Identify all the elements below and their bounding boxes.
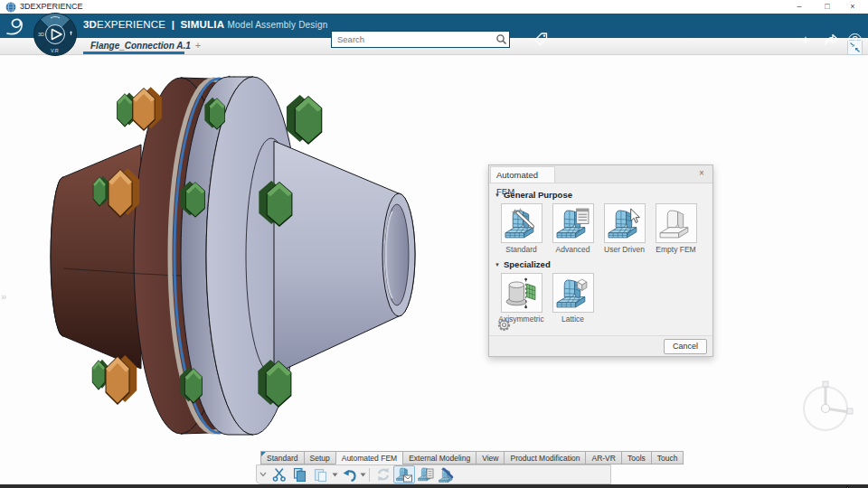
- action-tab-ar-vr[interactable]: AR-VR: [585, 451, 620, 465]
- window-title: 3DEXPERIENCE: [20, 2, 83, 11]
- brand-divider: |: [172, 19, 175, 30]
- axisymmetric-fem-icon: [505, 277, 539, 310]
- brand-experience: EXPERIENCE: [97, 19, 165, 30]
- tag-icon[interactable]: [533, 31, 551, 48]
- toolbar-separator: [369, 468, 370, 482]
- action-tab-view[interactable]: View: [476, 451, 504, 465]
- lattice-fem-icon: [556, 277, 590, 310]
- compass-vr-label: V.R: [51, 48, 59, 53]
- undo-dropdown-caret[interactable]: [359, 466, 366, 483]
- fem-mesh-list-icon: [418, 466, 434, 483]
- fem-option-label: Lattice: [561, 314, 584, 324]
- fem-mesh-wand-icon: [439, 466, 455, 483]
- brand-module: Model Assembly Design: [228, 20, 328, 30]
- fem-specification-button[interactable]: [415, 466, 436, 483]
- action-tab-tools[interactable]: Tools: [621, 451, 651, 465]
- automated-fem-command-button[interactable]: [393, 465, 415, 483]
- window-titlebar: 3DEXPERIENCE – □ ×: [0, 0, 868, 14]
- bottom-window-edge: [0, 484, 868, 488]
- collapse-triangle-icon: ▼: [495, 262, 500, 267]
- maximize-button[interactable]: □: [816, 0, 838, 14]
- search-icon[interactable]: [495, 33, 507, 45]
- action-bar-toolbar: [256, 465, 611, 484]
- options-gear-icon[interactable]: [496, 317, 512, 333]
- undo-button[interactable]: [338, 466, 359, 483]
- 3d-viewport[interactable]: »: [0, 54, 868, 484]
- automated-fem-dialog: Automated FEM × ▼ General Purpose: [488, 164, 713, 357]
- app-header: 3DEXPERIENCE | SIMULIA Model Assembly De…: [0, 14, 868, 38]
- action-tab-setup[interactable]: Setup: [304, 451, 335, 465]
- dialog-footer: Cancel: [489, 335, 712, 356]
- fem-option-empty: Empty FEM: [650, 203, 702, 254]
- section-label: Specialized: [504, 259, 551, 269]
- paste-icon: [313, 467, 328, 483]
- user-driven-fem-button[interactable]: [604, 203, 646, 243]
- compass-3d-label: 3D: [38, 32, 44, 37]
- share-icon[interactable]: [823, 32, 839, 48]
- fem-option-label: Empty FEM: [656, 245, 695, 254]
- brand-product: SIMULIA: [180, 19, 224, 30]
- action-tab-touch[interactable]: Touch: [651, 451, 684, 465]
- cut-icon: [272, 467, 287, 483]
- application-window: 3DEXPERIENCE – □ × 3DEXPERIENCE | SIMULI…: [0, 0, 868, 488]
- fem-option-label: Advanced: [556, 245, 590, 254]
- section-specialized[interactable]: ▼ Specialized: [495, 259, 707, 269]
- copy-icon: [292, 467, 307, 483]
- brand-3d: 3D: [83, 19, 97, 30]
- document-tab-label: Flange_Connection A.1: [90, 41, 191, 51]
- fem-option-label: User Driven: [604, 245, 645, 254]
- fem-option-label: Standard: [505, 245, 537, 254]
- cut-button[interactable]: [269, 466, 289, 483]
- view-rotation-compass-icon[interactable]: [804, 381, 853, 430]
- action-tab-standard[interactable]: Standard: [260, 451, 304, 465]
- add-content-icon[interactable]: +: [797, 32, 814, 48]
- fem-mesh-envelope-icon: [396, 466, 412, 483]
- document-tab-active[interactable]: Flange_Connection A.1: [83, 38, 198, 54]
- help-icon[interactable]: ?: [848, 33, 862, 47]
- mesh-wizard-button[interactable]: [436, 466, 457, 483]
- empty-fem-button[interactable]: [656, 203, 697, 243]
- flange-assembly-model[interactable]: [0, 54, 868, 484]
- fem-option-advanced: Advanced: [547, 203, 599, 254]
- undo-icon: [341, 467, 357, 483]
- action-tab-automated-fem[interactable]: Automated FEM: [335, 451, 402, 465]
- section-general-purpose[interactable]: ▼ General Purpose: [495, 190, 707, 200]
- close-button[interactable]: ×: [842, 0, 863, 14]
- active-tab-underline: [83, 52, 184, 54]
- dialog-header[interactable]: Automated FEM ×: [489, 165, 712, 183]
- fem-option-lattice: Lattice: [547, 273, 599, 324]
- app-globe-icon: [5, 2, 16, 13]
- standard-fem-button[interactable]: [501, 203, 542, 243]
- advanced-fem-icon: [556, 207, 590, 240]
- paste-button[interactable]: [310, 466, 331, 483]
- advanced-fem-button[interactable]: [552, 203, 594, 243]
- action-bar-tabs: Standard Setup Automated FEM External Mo…: [260, 451, 684, 465]
- new-tab-button[interactable]: +: [192, 38, 204, 54]
- standard-fem-icon: [505, 207, 539, 240]
- update-button[interactable]: [373, 466, 393, 483]
- panel-expander-icon[interactable]: »: [1, 291, 6, 302]
- update-sync-icon: [375, 466, 392, 483]
- action-tab-product-modification[interactable]: Product Modification: [504, 451, 585, 465]
- lattice-fem-button[interactable]: [552, 273, 594, 313]
- cancel-button[interactable]: Cancel: [664, 339, 707, 354]
- fem-option-standard: Standard: [495, 203, 547, 254]
- empty-fem-icon: [659, 207, 693, 240]
- minimize-button[interactable]: –: [788, 0, 810, 14]
- dassault-logo-icon: [4, 14, 27, 38]
- user-driven-fem-icon: [608, 207, 642, 240]
- toolbar-collapse-icon[interactable]: [259, 471, 268, 478]
- paste-dropdown-caret[interactable]: [331, 466, 338, 483]
- dialog-close-icon[interactable]: ×: [695, 167, 708, 180]
- action-tab-external-modeling[interactable]: External Modeling: [402, 451, 476, 465]
- copy-button[interactable]: [289, 466, 310, 483]
- corner-fold-icon: [261, 452, 266, 456]
- fem-option-axisymmetric: Axisymmetric: [495, 273, 547, 324]
- fem-option-user-driven: User Driven: [599, 203, 650, 254]
- experience-compass[interactable]: 3D V.R: [33, 12, 78, 57]
- search-box: [331, 31, 510, 48]
- axisymmetric-fem-button[interactable]: [501, 273, 542, 313]
- search-input[interactable]: [335, 33, 493, 46]
- dialog-title: Automated FEM: [490, 166, 555, 183]
- app-brand: 3DEXPERIENCE | SIMULIA Model Assembly De…: [83, 19, 328, 30]
